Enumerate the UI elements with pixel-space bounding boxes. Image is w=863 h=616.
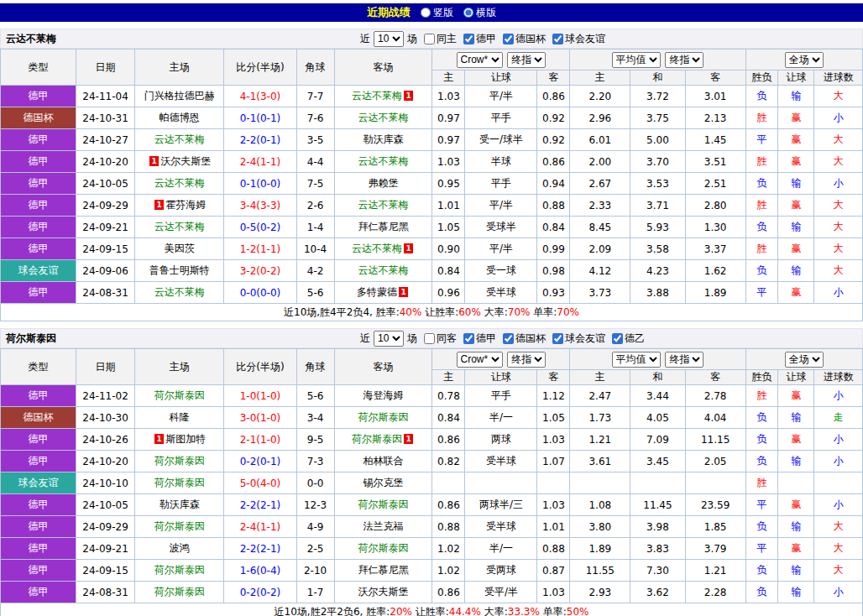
league-filter-2-label: 德国杯 (515, 331, 546, 346)
handicap-home-odds: 0.97 (432, 129, 465, 151)
venue-filter-checkbox[interactable] (424, 333, 435, 344)
result-winlose: 胜 (745, 472, 778, 494)
league-filter-3-option[interactable]: 球会友谊 (552, 32, 605, 46)
league-filter-2-option[interactable]: 德国杯 (503, 331, 546, 346)
corner-score: 1-4 (296, 217, 334, 238)
col-goals-result: 进球数 (814, 370, 863, 385)
handicap-away-odds: 1.03 (537, 582, 570, 603)
league-filter-3-checkbox[interactable] (552, 34, 563, 44)
summary-segment: 近10场,胜4平2负4, 胜率: (284, 306, 400, 318)
home-team-cell: 美因茨 (134, 238, 224, 260)
league-filter-1-label: 德甲 (476, 32, 496, 46)
venue-filter-option[interactable]: 同客 (424, 331, 457, 346)
league-filter-2-checkbox[interactable] (503, 34, 514, 44)
avg-draw-odds: 3.71 (630, 195, 686, 217)
match-date: 24-10-05 (76, 494, 135, 516)
col-odds-home: 主 (432, 370, 465, 385)
average-select[interactable]: 平均值 (612, 52, 661, 68)
league-filter-1-checkbox[interactable] (463, 34, 474, 44)
bookmaker-final-select[interactable]: 终指 (507, 52, 546, 68)
result-goals: 小 (814, 385, 863, 407)
bookmaker-select[interactable]: Crow* (457, 52, 503, 68)
home-team-cell: 荷尔斯泰因 (134, 516, 224, 538)
bookmaker-select[interactable]: Crow* (457, 352, 503, 368)
avg-away-odds: 1.62 (685, 260, 745, 282)
away-team-name: 海登海姆 (364, 389, 404, 401)
bookmaker-final-select[interactable]: 终指 (507, 352, 546, 368)
result-handicap: 输 (778, 217, 814, 238)
summary-segment: 大率: (481, 606, 508, 616)
average-select[interactable]: 平均值 (612, 352, 661, 368)
score: 3-4(3-3) (224, 195, 296, 217)
layout-vertical-option[interactable]: 竖版 (421, 6, 453, 20)
league-filter-3-checkbox[interactable] (552, 333, 563, 344)
average-final-select[interactable]: 终指 (665, 352, 703, 368)
avg-draw-odds: 3.72 (630, 86, 686, 107)
result-handicap: 输 (778, 173, 814, 195)
result-goals: 大 (814, 560, 863, 582)
handicap-away-odds: 0.87 (537, 560, 570, 582)
recent-label: 近 (360, 331, 370, 346)
handicap-line: 受平/半 (465, 582, 537, 603)
home-team-name: 斯图加特 (165, 433, 206, 445)
home-team-cell: 云达不莱梅 (134, 282, 224, 304)
league-filter-1-checkbox[interactable] (463, 333, 474, 344)
recent-count-select[interactable]: 10 (374, 331, 404, 347)
layout-horizontal-option[interactable]: 横版 (463, 6, 496, 20)
avg-draw-odds: 7.09 (630, 429, 686, 451)
match-row: 德甲24-09-21波鸿2-2(2-1)2-5荷尔斯泰因1.02半/一0.881… (1, 538, 863, 560)
league-filter-2-label: 德国杯 (515, 32, 546, 46)
handicap-away-odds: 0.98 (537, 260, 570, 282)
league-filter-1-option[interactable]: 德甲 (463, 331, 496, 346)
match-row: 德甲24-09-15荷尔斯泰因1-6(0-4)2-10拜仁慕尼黑1.02受两球0… (1, 560, 863, 582)
result-winlose: 平 (745, 494, 778, 516)
home-team-cell: 荷尔斯泰因 (134, 472, 224, 494)
full-match-select[interactable]: 全场 (785, 52, 824, 68)
league-filter-4-option[interactable]: 德乙 (612, 331, 645, 346)
avg-home-odds: 3.61 (570, 451, 630, 472)
away-team-cell: 拜仁慕尼黑 (334, 217, 432, 238)
home-team-cell: 荷尔斯泰因 (134, 385, 224, 407)
avg-draw-odds: 3.44 (630, 385, 686, 407)
avg-away-odds: 1.45 (685, 129, 745, 151)
venue-filter-option[interactable]: 同主 (424, 32, 457, 46)
avg-home-odds (570, 472, 630, 494)
col-home: 主场 (134, 50, 224, 86)
away-team-name: 拜仁慕尼黑 (358, 564, 409, 576)
away-team-name: 云达不莱梅 (352, 90, 402, 102)
match-date: 24-09-15 (76, 560, 135, 582)
league-filter-2-option[interactable]: 德国杯 (503, 32, 546, 46)
league-filter-4-checkbox[interactable] (612, 333, 623, 344)
corner-score: 3-4 (296, 407, 334, 429)
league-badge: 德甲 (1, 582, 76, 603)
match-date: 24-09-06 (76, 260, 135, 282)
handicap-line: 平/半 (465, 238, 537, 260)
league-filter-3-option[interactable]: 球会友谊 (552, 331, 605, 346)
handicap-away-odds: 1.01 (537, 516, 570, 538)
summary-segment: 40% (400, 306, 422, 318)
full-match-select[interactable]: 全场 (785, 352, 824, 368)
away-team-name: 拜仁慕尼黑 (358, 221, 409, 232)
away-team-cell: 锡尔克堡 (334, 472, 432, 494)
league-filter-1-option[interactable]: 德甲 (463, 32, 496, 46)
match-date: 24-10-20 (76, 151, 135, 173)
handicap-line: 半/一 (465, 538, 537, 560)
avg-draw-odds: 3.70 (630, 151, 686, 173)
home-team-name: 帕德博恩 (160, 112, 200, 123)
league-filter-1-label: 德甲 (476, 331, 496, 346)
average-final-select[interactable]: 终指 (665, 52, 703, 68)
venue-filter-checkbox[interactable] (424, 34, 435, 44)
handicap-home-odds: 1.01 (432, 195, 465, 217)
home-team-cell: 荷尔斯泰因 (134, 582, 224, 603)
result-winlose: 负 (745, 560, 778, 582)
venue-filter-label: 同客 (437, 331, 457, 346)
league-filter-2-checkbox[interactable] (503, 333, 514, 344)
layout-vertical-radio[interactable] (421, 8, 431, 18)
avg-home-odds: 1.73 (570, 407, 630, 429)
result-winlose: 负 (745, 173, 778, 195)
recent-count-select[interactable]: 10 (374, 31, 404, 47)
match-row: 德甲24-11-02荷尔斯泰因1-0(1-0)5-6海登海姆0.78平手1.12… (1, 385, 863, 407)
layout-horizontal-radio[interactable] (463, 8, 473, 18)
matches-table-body: 德甲24-11-04门兴格拉德巴赫4-1(3-0)7-7云达不莱梅11.03平/… (1, 86, 863, 304)
home-team-name: 波鸿 (170, 542, 190, 554)
